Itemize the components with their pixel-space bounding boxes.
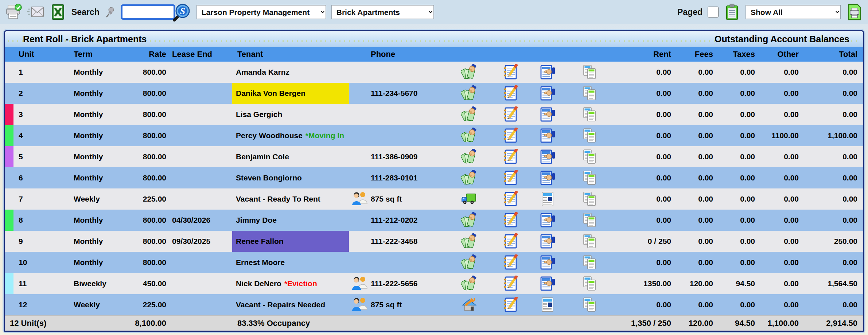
ledger-icon[interactable] xyxy=(540,212,556,228)
payment-cell xyxy=(447,252,491,273)
notepad-icon[interactable] xyxy=(502,106,518,122)
documents-icon[interactable] xyxy=(581,297,598,313)
search-go-icon[interactable]: S xyxy=(172,3,191,22)
documents-icon[interactable] xyxy=(581,276,598,292)
ledger-icon[interactable] xyxy=(540,276,556,292)
payment-icon[interactable] xyxy=(461,233,477,249)
taxes-balance-cell: 0.00 xyxy=(719,83,761,104)
people-icon[interactable] xyxy=(351,191,368,207)
other-balance-cell: 0.00 xyxy=(761,146,805,167)
notepad-icon[interactable] xyxy=(502,149,518,165)
term-cell: Monthly xyxy=(74,146,130,167)
documents-icon[interactable] xyxy=(581,106,598,122)
people-icon[interactable] xyxy=(351,297,368,312)
notepad-cell xyxy=(491,104,529,125)
payment-icon[interactable] xyxy=(461,254,477,270)
documents-icon[interactable] xyxy=(581,191,598,207)
notepad-icon[interactable] xyxy=(502,128,518,144)
fees-balance-cell: 0.00 xyxy=(677,188,719,210)
table-body: 1Monthly800.00Amanda Karnz0.000.000.000.… xyxy=(5,62,863,315)
status-marker xyxy=(5,294,13,315)
application-icon[interactable] xyxy=(540,191,556,207)
house-repair-icon[interactable] xyxy=(461,297,477,313)
documents-icon[interactable] xyxy=(581,85,598,101)
ledger-icon[interactable] xyxy=(540,254,556,270)
ledger-icon[interactable] xyxy=(540,149,556,165)
notepad-icon[interactable] xyxy=(502,212,518,228)
documents-icon[interactable] xyxy=(581,233,598,249)
taxes-balance-cell: 0.00 xyxy=(719,188,761,210)
rate-cell: 800.00 xyxy=(130,252,172,273)
payment-icon[interactable] xyxy=(461,276,477,292)
ledger-icon[interactable] xyxy=(540,85,556,101)
payment-icon[interactable] xyxy=(461,128,477,144)
documents-icon[interactable] xyxy=(581,149,598,165)
payment-icon[interactable] xyxy=(461,149,477,165)
documents-icon[interactable] xyxy=(581,212,598,228)
notepad-icon[interactable] xyxy=(502,170,518,186)
status-marker xyxy=(5,210,13,231)
notepad-icon[interactable] xyxy=(502,191,518,207)
property-select[interactable]: Larson Property Management xyxy=(196,5,326,19)
people-icon[interactable] xyxy=(351,276,368,291)
table-row: 5Monthly800.00Benjamin Cole111-386-09090… xyxy=(5,146,863,167)
print-icon[interactable] xyxy=(5,4,22,20)
payment-icon[interactable] xyxy=(461,85,477,101)
notepad-icon[interactable] xyxy=(502,297,518,313)
notepad-icon[interactable] xyxy=(502,64,518,80)
rent-balance-cell: 0.00 xyxy=(613,83,677,104)
status-marker xyxy=(5,273,13,294)
building-select[interactable]: Brick Apartments xyxy=(331,5,434,19)
fees-balance-cell: 0.00 xyxy=(677,146,719,167)
taxes-balance-cell: 0.00 xyxy=(719,62,761,83)
documents-icon[interactable] xyxy=(581,64,598,80)
status-marker xyxy=(5,188,13,210)
tenant-name: Jimmy Doe xyxy=(236,216,277,225)
rate-cell: 800.00 xyxy=(130,210,172,231)
tenant-name: Benjamin Cole xyxy=(236,152,289,161)
fees-balance-cell: 0.00 xyxy=(677,83,719,104)
other-balance-cell: 0.00 xyxy=(761,294,805,315)
table-row: 9Monthly800.0009/30/2025Renee Fallon111-… xyxy=(5,231,863,252)
payment-icon[interactable] xyxy=(461,212,477,228)
ledger-icon[interactable] xyxy=(540,170,556,186)
tenant-cell: Nick DeNero*Eviction xyxy=(232,273,349,294)
payment-icon[interactable] xyxy=(461,170,477,186)
tenant-name: Nick DeNero xyxy=(236,279,281,288)
documents-cell xyxy=(566,104,613,125)
rent-balance-cell: 0.00 xyxy=(613,167,677,188)
clipboard-report-icon[interactable] xyxy=(724,3,740,21)
application-icon[interactable] xyxy=(540,297,556,313)
tenant-cell: Ernest Moore xyxy=(232,252,349,273)
documents-icon[interactable] xyxy=(581,170,598,186)
notepad-icon[interactable] xyxy=(502,85,518,101)
print-report-icon[interactable] xyxy=(846,3,863,21)
paged-checkbox[interactable] xyxy=(708,7,719,17)
truck-icon[interactable] xyxy=(461,191,477,207)
lease-end-cell xyxy=(172,83,232,104)
email-icon[interactable] xyxy=(27,4,44,20)
ledger-icon[interactable] xyxy=(540,106,556,122)
payment-icon[interactable] xyxy=(461,106,477,122)
people-indicator-cell xyxy=(349,83,371,104)
search-input[interactable] xyxy=(121,4,175,20)
house-repair-cell xyxy=(447,294,491,315)
notepad-icon[interactable] xyxy=(502,233,518,249)
lease-end-cell xyxy=(172,252,232,273)
notepad-icon[interactable] xyxy=(502,276,518,292)
grand-total: 2,914.50 xyxy=(805,316,863,331)
documents-icon[interactable] xyxy=(581,254,598,270)
ledger-icon[interactable] xyxy=(540,64,556,80)
excel-export-icon[interactable] xyxy=(50,4,66,20)
rent-balance-cell: 1350.00 xyxy=(613,273,677,294)
show-filter-select[interactable]: Show All xyxy=(746,5,841,19)
ledger-icon[interactable] xyxy=(540,233,556,249)
table-row: 8Monthly800.0004/30/2026Jimmy Doe111-212… xyxy=(5,210,863,231)
table-row: 7Weekly225.00Vacant - Ready To Rent875 s… xyxy=(5,188,863,210)
col-header-phone: Phone xyxy=(371,47,447,62)
documents-icon[interactable] xyxy=(581,128,598,144)
notepad-icon[interactable] xyxy=(502,254,518,270)
payment-icon[interactable] xyxy=(461,64,477,80)
ledger-icon[interactable] xyxy=(540,128,556,144)
people-indicator-cell xyxy=(349,167,371,188)
